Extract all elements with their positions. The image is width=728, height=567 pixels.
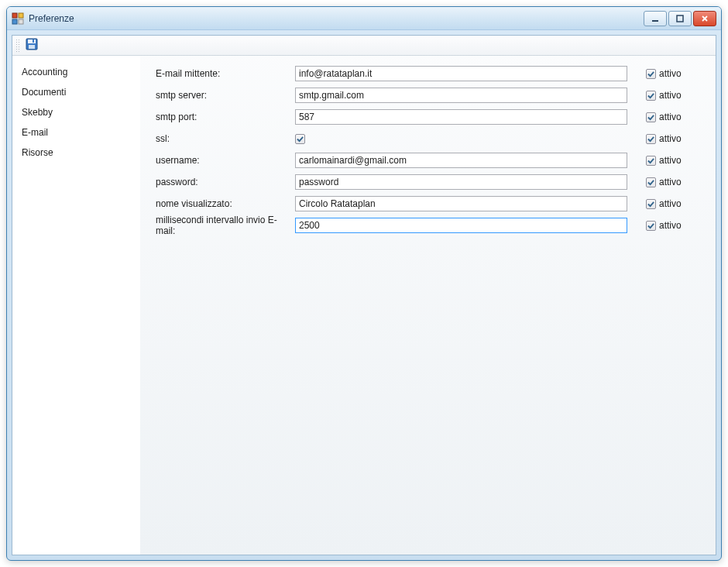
titlebar: Preferenze [7, 7, 721, 30]
input-ms-intervallo[interactable] [295, 218, 627, 233]
window-controls [644, 11, 716, 26]
sidebar-item-label: E-mail [22, 127, 48, 138]
input-smtp-server[interactable] [295, 88, 627, 103]
active-label: attivo [659, 90, 682, 101]
app-icon [12, 12, 24, 25]
checkbox-active-smtp-port[interactable] [646, 112, 656, 122]
row-password: password: attivo [156, 172, 697, 192]
toolbar [12, 36, 716, 56]
body: Accounting Documenti Skebby E-mail Risor… [12, 56, 716, 555]
row-nome-visualizzato: nome visualizzato: attivo [156, 194, 697, 214]
sidebar: Accounting Documenti Skebby E-mail Risor… [12, 56, 140, 555]
maximize-button[interactable] [668, 11, 692, 26]
label-username: username: [156, 155, 295, 166]
sidebar-item-label: Skebby [22, 107, 53, 118]
close-button[interactable] [693, 11, 716, 26]
toolbar-grip [15, 39, 20, 53]
svg-rect-2 [12, 19, 17, 24]
active-label: attivo [659, 198, 682, 209]
row-email-mittente: E-mail mittente: attivo [156, 64, 697, 84]
input-password[interactable] [295, 174, 627, 190]
checkbox-active-password[interactable] [646, 177, 656, 187]
svg-rect-9 [33, 40, 34, 43]
checkbox-active-nome-visualizzato[interactable] [646, 199, 656, 209]
sidebar-item-accounting[interactable]: Accounting [12, 62, 140, 82]
row-smtp-server: smtp server: attivo [156, 85, 697, 105]
input-nome-visualizzato[interactable] [295, 196, 627, 211]
label-ssl: ssl: [156, 133, 295, 144]
input-email-mittente[interactable] [295, 66, 627, 81]
sidebar-item-label: Documenti [22, 87, 66, 98]
svg-rect-0 [12, 13, 17, 18]
sidebar-item-documenti[interactable]: Documenti [12, 82, 140, 102]
window-title: Preferenze [29, 13, 74, 24]
checkbox-active-email-mittente[interactable] [646, 69, 656, 79]
sidebar-item-label: Risorse [22, 147, 53, 158]
row-ssl: ssl: attivo [156, 129, 697, 149]
row-smtp-port: smtp port: attivo [156, 107, 697, 127]
checkbox-active-ms-intervallo[interactable] [646, 221, 656, 231]
svg-rect-4 [652, 20, 658, 22]
active-label: attivo [659, 177, 682, 187]
window-client-area: Accounting Documenti Skebby E-mail Risor… [12, 35, 716, 555]
label-email-mittente: E-mail mittente: [156, 68, 295, 79]
input-smtp-port[interactable] [295, 109, 627, 125]
row-ms-intervallo: millisecondi intervallo invio E-mail: at… [156, 215, 697, 235]
svg-rect-1 [19, 13, 23, 18]
active-label: attivo [659, 68, 682, 79]
checkbox-active-username[interactable] [646, 156, 656, 166]
content-panel: E-mail mittente: attivo smtp server: att… [140, 56, 716, 555]
label-password: password: [156, 177, 295, 187]
sidebar-item-risorse[interactable]: Risorse [12, 143, 140, 163]
svg-rect-7 [28, 40, 36, 43]
svg-rect-3 [19, 19, 23, 24]
active-label: attivo [659, 133, 682, 144]
label-nome-visualizzato: nome visualizzato: [156, 198, 295, 209]
checkbox-active-smtp-server[interactable] [646, 91, 656, 101]
label-smtp-port: smtp port: [156, 112, 295, 122]
svg-rect-5 [677, 15, 683, 22]
row-username: username: attivo [156, 150, 697, 170]
active-label: attivo [659, 220, 682, 231]
sidebar-item-label: Accounting [22, 67, 67, 77]
checkbox-active-ssl[interactable] [646, 134, 656, 144]
minimize-button[interactable] [644, 11, 667, 26]
preferences-window: Preferenze [6, 6, 722, 561]
svg-rect-8 [29, 45, 35, 49]
label-smtp-server: smtp server: [156, 90, 295, 101]
active-label: attivo [659, 112, 682, 122]
save-icon [26, 38, 38, 53]
sidebar-item-skebby[interactable]: Skebby [12, 102, 140, 122]
sidebar-item-email[interactable]: E-mail [12, 122, 140, 143]
label-ms-intervallo: millisecondi intervallo invio E-mail: [156, 215, 295, 236]
save-button[interactable] [23, 37, 40, 54]
checkbox-ssl[interactable] [295, 134, 305, 144]
active-label: attivo [659, 155, 682, 166]
input-username[interactable] [295, 153, 627, 168]
